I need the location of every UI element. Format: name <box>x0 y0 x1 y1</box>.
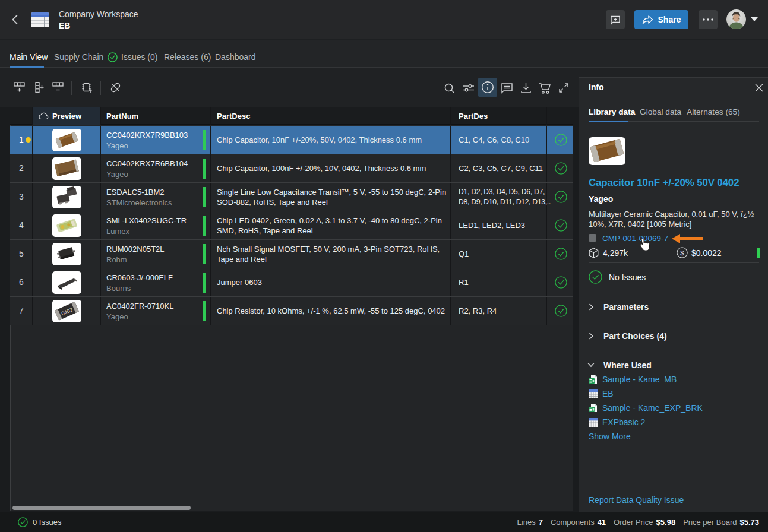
svg-text:$: $ <box>680 249 684 256</box>
